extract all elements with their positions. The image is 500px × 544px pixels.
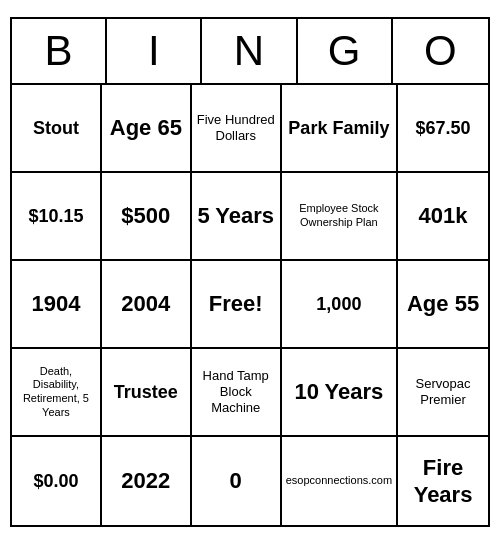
bingo-cell: Trustee — [102, 349, 192, 437]
bingo-cell: 1,000 — [282, 261, 398, 349]
header-letter: G — [298, 19, 393, 83]
bingo-header: BINGO — [12, 19, 488, 85]
bingo-cell: Servopac Premier — [398, 349, 488, 437]
bingo-cell: 401k — [398, 173, 488, 261]
bingo-cell: 1904 — [12, 261, 102, 349]
bingo-cell: $67.50 — [398, 85, 488, 173]
bingo-cell: $500 — [102, 173, 192, 261]
bingo-cell: Age 55 — [398, 261, 488, 349]
header-letter: B — [12, 19, 107, 83]
bingo-cell: esopconnections.com — [282, 437, 398, 525]
bingo-cell: $0.00 — [12, 437, 102, 525]
header-letter: I — [107, 19, 202, 83]
bingo-cell: Employee Stock Ownership Plan — [282, 173, 398, 261]
header-letter: N — [202, 19, 297, 83]
bingo-cell: 0 — [192, 437, 282, 525]
bingo-cell: $10.15 — [12, 173, 102, 261]
bingo-grid: StoutAge 65Five Hundred DollarsPark Fami… — [12, 85, 488, 525]
bingo-cell: Age 65 — [102, 85, 192, 173]
bingo-cell: 10 Years — [282, 349, 398, 437]
bingo-cell: 2022 — [102, 437, 192, 525]
bingo-cell: Park Family — [282, 85, 398, 173]
bingo-cell: Stout — [12, 85, 102, 173]
bingo-cell: Free! — [192, 261, 282, 349]
bingo-cell: 2004 — [102, 261, 192, 349]
header-letter: O — [393, 19, 488, 83]
bingo-cell: Five Hundred Dollars — [192, 85, 282, 173]
bingo-cell: Hand Tamp Block Machine — [192, 349, 282, 437]
bingo-cell: 5 Years — [192, 173, 282, 261]
bingo-cell: Death, Disability, Retirement, 5 Years — [12, 349, 102, 437]
bingo-cell: Fire Years — [398, 437, 488, 525]
bingo-card: BINGO StoutAge 65Five Hundred DollarsPar… — [10, 17, 490, 527]
